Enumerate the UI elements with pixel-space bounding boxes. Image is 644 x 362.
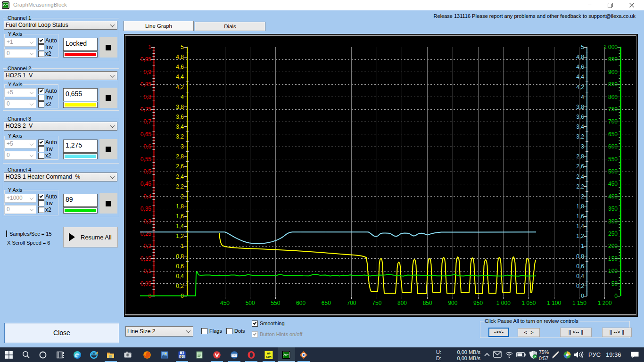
svg-text:750: 750 <box>608 106 618 113</box>
svg-text:3: 3 <box>581 143 584 150</box>
svg-text:200: 200 <box>608 243 618 249</box>
svg-text:950: 950 <box>473 300 483 306</box>
svg-text:3,6: 3,6 <box>176 114 184 120</box>
svg-text:0,2: 0,2 <box>176 283 184 289</box>
svg-text:2,4: 2,4 <box>176 173 184 180</box>
svg-text:0,4: 0,4 <box>176 273 184 280</box>
svg-text:800: 800 <box>397 300 407 306</box>
svg-text:0: 0 <box>614 293 618 299</box>
svg-text:3,4: 3,4 <box>576 123 584 130</box>
svg-text:0,25: 0,25 <box>140 230 152 237</box>
svg-text:4: 4 <box>581 94 584 100</box>
svg-text:250: 250 <box>608 230 618 237</box>
svg-text:600: 600 <box>296 300 305 306</box>
svg-text:550: 550 <box>608 156 618 163</box>
svg-text:300: 300 <box>608 218 618 225</box>
svg-text:COM: COM <box>266 355 272 359</box>
svg-text:0,55: 0,55 <box>140 156 152 163</box>
svg-text:650: 650 <box>322 300 331 306</box>
svg-text:4,4: 4,4 <box>176 74 184 80</box>
svg-text:0,7: 0,7 <box>143 118 151 125</box>
svg-text:3,2: 3,2 <box>176 133 184 140</box>
svg-text:500: 500 <box>246 300 255 306</box>
svg-text:2,6: 2,6 <box>176 163 184 170</box>
svg-text:100: 100 <box>608 268 618 274</box>
svg-text:3,4: 3,4 <box>176 123 184 130</box>
svg-text:0,05: 0,05 <box>140 280 152 287</box>
svg-text:2,6: 2,6 <box>576 163 584 170</box>
svg-text:0,4: 0,4 <box>576 273 584 280</box>
svg-text:850: 850 <box>423 300 432 306</box>
svg-text:1 200: 1 200 <box>598 300 612 306</box>
svg-text:1,8: 1,8 <box>576 203 584 210</box>
svg-text:0,6: 0,6 <box>576 263 584 270</box>
svg-text:4,6: 4,6 <box>576 64 584 70</box>
svg-text:3,8: 3,8 <box>176 104 184 110</box>
svg-text:1,2: 1,2 <box>576 233 584 239</box>
svg-text:1,8: 1,8 <box>176 203 184 210</box>
svg-text:550: 550 <box>271 300 280 306</box>
svg-text:700: 700 <box>347 300 356 306</box>
svg-text:1,4: 1,4 <box>176 223 184 230</box>
svg-text:0,35: 0,35 <box>140 206 152 212</box>
svg-text:450: 450 <box>220 300 230 306</box>
svg-text:4,8: 4,8 <box>576 54 584 60</box>
svg-text:1 000: 1 000 <box>603 44 618 50</box>
svg-text:2,2: 2,2 <box>576 183 584 190</box>
svg-text:4,2: 4,2 <box>176 84 184 90</box>
svg-text:3,8: 3,8 <box>576 104 584 110</box>
svg-text:2: 2 <box>181 193 184 200</box>
svg-text:1 050: 1 050 <box>521 300 536 306</box>
svg-text:0,9: 0,9 <box>143 69 151 75</box>
svg-text:3,2: 3,2 <box>576 133 584 140</box>
svg-text:0,5: 0,5 <box>143 168 151 175</box>
svg-text:1,2: 1,2 <box>176 233 184 239</box>
svg-text:4,4: 4,4 <box>576 74 584 80</box>
svg-text:64: 64 <box>180 355 184 358</box>
svg-text:5: 5 <box>181 44 184 50</box>
svg-text:0,45: 0,45 <box>140 181 152 187</box>
svg-text:2: 2 <box>581 193 584 200</box>
svg-text:800: 800 <box>608 94 618 100</box>
svg-text:1,4: 1,4 <box>576 223 584 230</box>
svg-text:0,15: 0,15 <box>140 255 152 262</box>
svg-text:950: 950 <box>608 56 618 63</box>
svg-text:1: 1 <box>148 44 151 50</box>
svg-text:2,8: 2,8 <box>176 153 184 160</box>
svg-text:0,6: 0,6 <box>143 143 151 150</box>
svg-text:400: 400 <box>608 193 618 200</box>
svg-text:0,85: 0,85 <box>140 81 152 88</box>
svg-text:700: 700 <box>608 118 618 125</box>
svg-text:0,2: 0,2 <box>576 283 584 289</box>
svg-text:5: 5 <box>581 44 584 50</box>
svg-text:1 150: 1 150 <box>572 300 586 306</box>
svg-text:650: 650 <box>608 131 618 138</box>
svg-text:2,4: 2,4 <box>576 173 584 180</box>
svg-text:1: 1 <box>581 243 584 249</box>
svg-text:850: 850 <box>608 81 618 88</box>
svg-text:1 000: 1 000 <box>496 300 511 306</box>
svg-text:OP: OP <box>267 352 271 355</box>
svg-text:0,1: 0,1 <box>143 268 151 274</box>
svg-text:0,95: 0,95 <box>140 56 152 63</box>
svg-text:4,2: 4,2 <box>576 84 584 90</box>
svg-text:500: 500 <box>608 168 618 175</box>
svg-text:150: 150 <box>608 255 618 262</box>
svg-text:350: 350 <box>608 206 618 212</box>
svg-text:0,8: 0,8 <box>176 253 184 260</box>
svg-text:50: 50 <box>611 280 618 287</box>
svg-text:450: 450 <box>608 181 618 187</box>
svg-text:2,8: 2,8 <box>576 153 584 160</box>
svg-text:0,3: 0,3 <box>143 218 151 225</box>
svg-text:900: 900 <box>448 300 457 306</box>
svg-text:0,8: 0,8 <box>576 253 584 260</box>
svg-text:1,6: 1,6 <box>576 213 584 220</box>
svg-text:0,75: 0,75 <box>140 106 152 113</box>
svg-text:4: 4 <box>181 94 184 100</box>
svg-text:600: 600 <box>608 143 618 150</box>
svg-text:1,6: 1,6 <box>176 213 184 220</box>
svg-text:750: 750 <box>372 300 381 306</box>
svg-text:0,4: 0,4 <box>143 193 151 200</box>
svg-text:1 100: 1 100 <box>547 300 561 306</box>
svg-text:900: 900 <box>608 69 618 75</box>
